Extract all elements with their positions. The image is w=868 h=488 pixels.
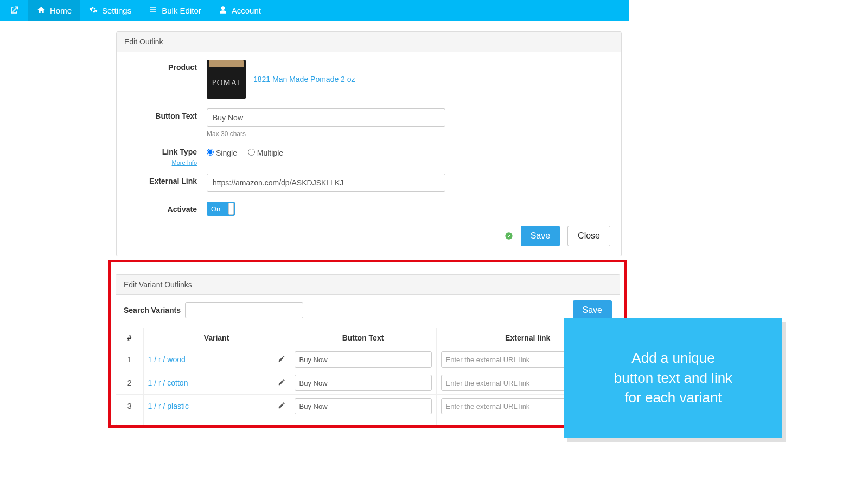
- close-button[interactable]: Close: [567, 226, 610, 246]
- edit-variant-title: Edit Variant Outlinks: [116, 275, 620, 295]
- callout-line3: for each variant: [624, 389, 722, 406]
- activate-toggle-state: On: [207, 205, 220, 213]
- variant-panel-highlight: Edit Variant Outlinks Search Variants Sa…: [108, 260, 627, 428]
- row-number: 2: [116, 371, 143, 395]
- nav-account-label: Account: [232, 6, 261, 15]
- save-button[interactable]: Save: [521, 226, 560, 246]
- list-icon: [149, 5, 157, 16]
- product-label: Product: [126, 60, 207, 72]
- link-type-single[interactable]: Single: [207, 149, 237, 157]
- nav-account[interactable]: Account: [210, 0, 270, 21]
- external-link-label: External Link: [126, 174, 207, 185]
- col-number: #: [116, 328, 143, 348]
- nav-settings[interactable]: Settings: [80, 0, 140, 21]
- search-variants-label: Search Variants: [124, 306, 181, 314]
- variants-save-button[interactable]: Save: [573, 300, 612, 320]
- table-row: 21 / r / cotton: [116, 371, 620, 395]
- edit-outlink-title: Edit Outlink: [117, 32, 621, 52]
- edit-icon[interactable]: [278, 355, 285, 364]
- nav-home-label: Home: [50, 6, 72, 15]
- search-variants-input[interactable]: [185, 302, 303, 318]
- external-link-input[interactable]: [207, 174, 445, 192]
- button-text-input[interactable]: [207, 108, 445, 127]
- product-link[interactable]: 1821 Man Made Pomade 2 oz: [253, 75, 355, 84]
- activate-toggle[interactable]: On: [207, 202, 235, 216]
- save-status-icon: [505, 232, 513, 240]
- callout-tooltip: Add a unique button text and link for ea…: [564, 318, 782, 438]
- table-row: 31 / r / plastic: [116, 395, 620, 418]
- row-number: 3: [116, 395, 143, 418]
- row-number: 1: [116, 348, 143, 371]
- edit-icon[interactable]: [278, 402, 285, 411]
- button-text-hint: Max 30 chars: [207, 130, 611, 138]
- activate-label: Activate: [126, 202, 207, 214]
- variants-table: # Variant Button Text External link 11 /…: [116, 328, 620, 418]
- nav-bulk-editor[interactable]: Bulk Editor: [140, 0, 210, 21]
- row-button-text-input[interactable]: [295, 398, 432, 414]
- link-type-label: Link Type: [126, 147, 197, 156]
- link-type-multiple[interactable]: Multiple: [248, 149, 283, 157]
- table-row: 11 / r / wood: [116, 348, 620, 371]
- variant-link[interactable]: 1 / r / wood: [148, 355, 186, 364]
- button-text-label: Button Text: [126, 108, 207, 120]
- nav-home[interactable]: Home: [28, 0, 80, 21]
- link-type-more-info[interactable]: More Info: [126, 159, 207, 166]
- user-icon: [219, 5, 227, 16]
- edit-variant-outlinks-panel: Edit Variant Outlinks Search Variants Sa…: [116, 274, 620, 425]
- top-navbar: Home Settings Bulk Editor Account: [0, 0, 629, 21]
- row-button-text-input[interactable]: [295, 375, 432, 391]
- link-type-single-radio[interactable]: [207, 149, 214, 156]
- variant-link[interactable]: 1 / r / plastic: [148, 402, 189, 410]
- edit-icon[interactable]: [278, 378, 285, 388]
- link-type-multiple-radio[interactable]: [248, 149, 255, 156]
- callout-line1: Add a unique: [631, 350, 714, 366]
- nav-bulk-editor-label: Bulk Editor: [162, 6, 201, 15]
- col-variant: Variant: [143, 328, 290, 348]
- variant-link[interactable]: 1 / r / cotton: [148, 378, 188, 387]
- home-icon: [37, 5, 46, 16]
- col-button-text: Button Text: [290, 328, 436, 348]
- product-thumbnail: POMAI: [207, 60, 246, 99]
- launch-icon[interactable]: [0, 0, 28, 21]
- callout-line2: button text and link: [614, 370, 732, 386]
- nav-settings-label: Settings: [102, 6, 131, 15]
- row-button-text-input[interactable]: [295, 351, 432, 368]
- edit-outlink-panel: Edit Outlink Product POMAI 1821 Man Made…: [116, 31, 622, 256]
- toggle-handle: [228, 203, 234, 215]
- gear-icon: [89, 5, 98, 16]
